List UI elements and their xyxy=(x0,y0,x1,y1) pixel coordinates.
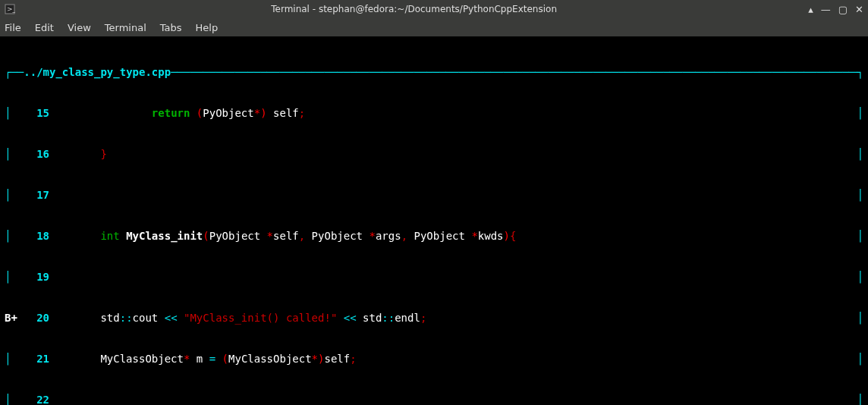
menu-help[interactable]: Help xyxy=(196,22,219,33)
menu-file[interactable]: File xyxy=(5,22,21,33)
minimize-icon[interactable]: — xyxy=(821,4,831,15)
window-title: Terminal - stephan@fedora:~/Documents/Py… xyxy=(20,4,808,14)
menu-view[interactable]: View xyxy=(68,22,91,33)
source-border-top-fill: ────────────────────────────────────────… xyxy=(171,65,857,79)
code-row-19: │ 19 │ xyxy=(5,270,863,284)
menu-edit[interactable]: Edit xyxy=(35,22,54,33)
code-row-16: │ 16 }│ xyxy=(5,147,863,161)
source-border-top-right: ┐ xyxy=(857,65,863,79)
rollup-icon[interactable]: ▴ xyxy=(808,4,813,15)
window-titlebar: >_ Terminal - stephan@fedora:~/Documents… xyxy=(0,0,868,18)
app-icon: >_ xyxy=(5,4,15,14)
menu-terminal[interactable]: Terminal xyxy=(105,22,146,33)
source-border-top: ┌── xyxy=(5,65,24,79)
code-row-20: B+ 20 std::cout << "MyClass_init() calle… xyxy=(5,311,863,325)
svg-text:>_: >_ xyxy=(7,5,15,13)
menubar: File Edit View Terminal Tabs Help xyxy=(0,18,868,36)
terminal-body[interactable]: ┌──../my_class_py_type.cpp──────────────… xyxy=(0,36,868,405)
close-icon[interactable]: ✕ xyxy=(855,4,863,15)
maximize-icon[interactable]: ▢ xyxy=(838,4,848,15)
code-row-18: │ 18 int MyClass_init(PyObject *self, Py… xyxy=(5,229,863,243)
menu-tabs[interactable]: Tabs xyxy=(160,22,182,33)
source-filename: ../my_class_py_type.cpp xyxy=(24,65,171,79)
code-row-17: │ 17 │ xyxy=(5,188,863,202)
code-row-22: │ 22 │ xyxy=(5,393,863,405)
code-row-15: │ 15 return (PyObject*) self;│ xyxy=(5,106,863,120)
code-row-21: │ 21 MyClassObject* m = (MyClassObject*)… xyxy=(5,352,863,366)
